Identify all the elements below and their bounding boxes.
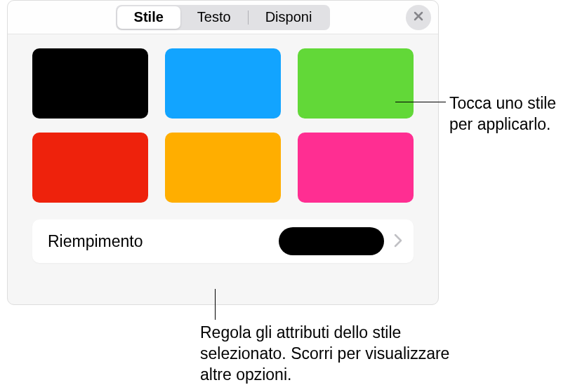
fill-row[interactable]: Riempimento: [32, 219, 414, 263]
callout-bottom: Regola gli attributi dello stile selezio…: [200, 323, 453, 386]
tab-style[interactable]: Stile: [117, 6, 180, 29]
callout-line-bottom: [215, 289, 216, 320]
style-swatch-orange[interactable]: [165, 133, 281, 203]
fill-current-color: [279, 227, 384, 255]
chevron-right-icon: [394, 231, 402, 251]
close-button[interactable]: [406, 5, 431, 30]
style-swatch-red[interactable]: [32, 133, 148, 203]
tab-text[interactable]: Testo: [180, 6, 248, 29]
close-icon: [413, 9, 424, 25]
style-swatch-green[interactable]: [298, 48, 414, 119]
panel-header: Stile Testo Disponi: [8, 1, 438, 34]
style-swatch-pink[interactable]: [298, 133, 414, 203]
callout-line-top: [395, 102, 446, 102]
callout-top: Tocca uno stile per applicarlo.: [449, 93, 562, 135]
style-swatch-blue[interactable]: [165, 48, 281, 119]
segmented-control: Stile Testo Disponi: [116, 5, 331, 30]
panel-content: Riempimento: [8, 34, 438, 277]
style-swatch-black[interactable]: [32, 48, 148, 119]
fill-label: Riempimento: [48, 232, 279, 251]
tab-arrange[interactable]: Disponi: [249, 6, 329, 29]
format-panel: Stile Testo Disponi Riempimento: [7, 0, 439, 305]
style-grid: [32, 48, 414, 203]
